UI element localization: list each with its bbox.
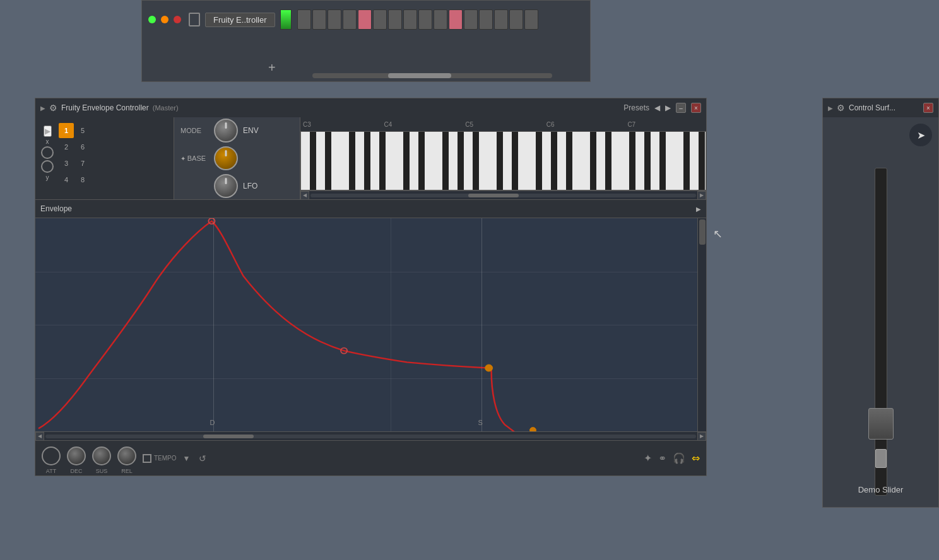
base-knob[interactable]: [214, 146, 238, 170]
ctrl-expand-arrow[interactable]: ▶: [828, 105, 833, 112]
settings-icon[interactable]: ✦: [644, 452, 652, 464]
step-pad[interactable]: [524, 9, 538, 30]
sus-knob-wrapper: SUS: [92, 446, 111, 465]
expand-arrow-icon[interactable]: ▶: [40, 105, 45, 112]
tempo-checkbox: TEMPO: [143, 454, 177, 463]
dropdown-arrow[interactable]: ▼: [183, 454, 191, 463]
slot-5[interactable]: 5: [75, 123, 90, 138]
cp-release[interactable]: [530, 428, 536, 431]
lfo-button[interactable]: LFO: [243, 182, 257, 190]
play-button[interactable]: ▶: [44, 125, 52, 137]
piano-keys[interactable]: /* SVG lines rendered below */ .piano-vi…: [300, 131, 706, 190]
step-pad[interactable]: [434, 9, 447, 30]
slot-col-1: 1 2 3 4: [59, 123, 74, 187]
link-icon[interactable]: ⚭: [658, 452, 666, 464]
base-label: ✦ BASE: [180, 155, 209, 162]
mode-knob[interactable]: [214, 119, 238, 143]
preset-prev-button[interactable]: ◀: [654, 103, 660, 112]
step-pad[interactable]: [358, 9, 372, 30]
piano-scrollbar[interactable]: ◀ ▶: [300, 190, 706, 199]
graph-scroll-track[interactable]: [45, 435, 696, 438]
piano-label-c7: C7: [625, 121, 706, 128]
vertical-scrollbar[interactable]: [697, 218, 706, 431]
ctrl-nav-icon[interactable]: ➤: [909, 124, 932, 146]
slot-6[interactable]: 6: [75, 139, 90, 155]
titlebar-right: Presets ◀ ▶ – ×: [623, 103, 701, 113]
slot-4[interactable]: 4: [59, 172, 74, 187]
slot-1[interactable]: 1: [59, 123, 74, 138]
step-pad[interactable]: [403, 9, 417, 30]
step-pad[interactable]: [418, 9, 432, 30]
envelope-path: [38, 221, 533, 431]
base-row: ✦ BASE: [180, 146, 293, 170]
ctrl-slider-handle[interactable]: [875, 449, 887, 468]
envelope-dropdown-row: Envelope ▶: [35, 199, 706, 218]
dec-knob[interactable]: [67, 446, 86, 465]
vertical-scroll-thumb[interactable]: [699, 219, 706, 245]
ctrl-close-button[interactable]: ×: [923, 103, 933, 113]
close-button[interactable]: ×: [691, 103, 701, 113]
graph-scroll-right[interactable]: ▶: [697, 432, 706, 441]
step-pad[interactable]: [343, 9, 357, 30]
graph-scroll-thumb[interactable]: [203, 435, 254, 438]
cp-sustain[interactable]: [485, 365, 493, 371]
x-control[interactable]: x: [46, 138, 49, 145]
scroll-track[interactable]: [310, 194, 696, 197]
ctrl-titlebar: ▶ ⚙ Control Surf... ×: [823, 98, 938, 117]
sustain-marker-label: S: [478, 419, 483, 426]
scroll-right-arrow[interactable]: ▶: [697, 191, 706, 200]
preset-next-button[interactable]: ▶: [665, 103, 671, 112]
slot-list: 1 2 3 4 5 6 7 8: [59, 123, 90, 187]
ctrl-slider-label: Demo Slider: [858, 485, 904, 494]
envelope-dropdown-arrow[interactable]: ▶: [696, 206, 701, 213]
slot-3[interactable]: 3: [59, 156, 74, 171]
env-button[interactable]: ENV: [243, 126, 259, 135]
titlebar-left: ▶ ⚙ Fruity Envelope Controller (Master): [40, 103, 179, 113]
scroll-thumb[interactable]: [468, 194, 519, 197]
step-pad[interactable]: [509, 9, 523, 30]
envelope-graph[interactable]: D S: [35, 218, 706, 431]
y-label: y: [46, 174, 49, 181]
step-pad[interactable]: [449, 9, 463, 30]
minimize-button[interactable]: –: [676, 103, 686, 113]
key-separators: [301, 132, 706, 190]
step-pad[interactable]: [464, 9, 478, 30]
control-surface-window: ▶ ⚙ Control Surf... × ➤ Demo Slider: [822, 98, 939, 508]
step-pad[interactable]: [373, 9, 387, 30]
lfo-knob[interactable]: [214, 174, 238, 198]
scroll-left-arrow[interactable]: ◀: [300, 191, 309, 200]
reset-icon[interactable]: ↺: [199, 453, 206, 464]
tempo-checkbox-input[interactable]: [143, 454, 151, 463]
trash-icon[interactable]: [189, 13, 200, 26]
step-pad[interactable]: [494, 9, 508, 30]
piano-label-c5: C5: [463, 121, 544, 128]
step-pad[interactable]: [297, 9, 311, 30]
piano-labels: C3 C4 C5 C6 C7: [300, 117, 706, 131]
rel-knob[interactable]: [117, 446, 136, 465]
sus-knob[interactable]: [92, 446, 111, 465]
graph-scrollbar[interactable]: ◀ ▶: [35, 431, 706, 440]
step-pad[interactable]: [312, 9, 326, 30]
led-green: [148, 16, 156, 23]
headphone-icon[interactable]: 🎧: [673, 452, 685, 464]
step-sequencer-bar: Fruity E..troller +: [141, 0, 591, 82]
knob-x[interactable]: [41, 146, 54, 159]
slot-8[interactable]: 8: [75, 172, 90, 187]
led-red: [174, 16, 181, 23]
swap-icon[interactable]: ⇔: [692, 452, 700, 464]
step-pad[interactable]: [388, 9, 402, 30]
add-button[interactable]: +: [268, 61, 276, 75]
scrollbar-horizontal[interactable]: [312, 73, 552, 78]
step-pad[interactable]: [328, 9, 341, 30]
att-knob[interactable]: [42, 446, 61, 465]
step-pad[interactable]: [479, 9, 493, 30]
graph-scroll-left[interactable]: ◀: [35, 432, 44, 441]
ctrl-slider-thumb[interactable]: [868, 408, 894, 440]
ctrl-gear-icon[interactable]: ⚙: [837, 103, 845, 113]
knob-y[interactable]: [41, 160, 54, 173]
ctrl-slider-track[interactable]: [875, 168, 887, 496]
gear-icon[interactable]: ⚙: [49, 103, 57, 113]
slot-2[interactable]: 2: [59, 139, 74, 155]
slot-7[interactable]: 7: [75, 156, 90, 171]
plugin-name-button[interactable]: Fruity E..troller: [205, 13, 275, 27]
